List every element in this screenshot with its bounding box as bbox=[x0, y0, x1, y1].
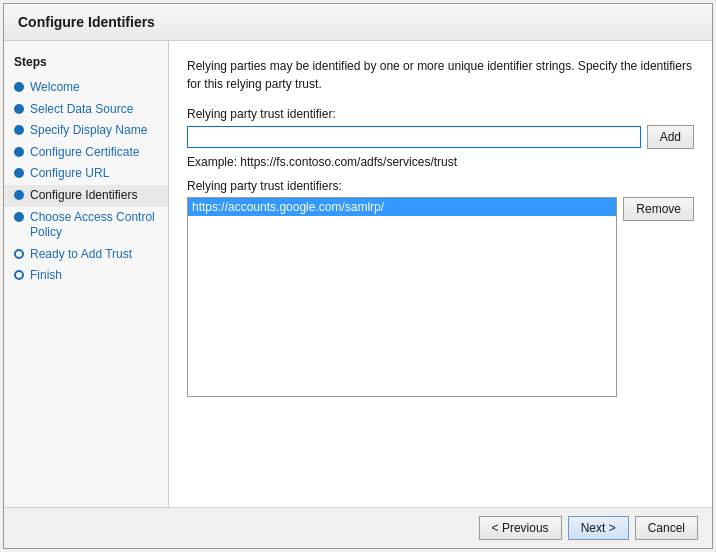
sidebar-item-configure-identifiers-label: Configure Identifiers bbox=[30, 188, 137, 204]
sidebar-item-configure-certificate[interactable]: Configure Certificate bbox=[4, 142, 168, 164]
dot-select-data-source bbox=[14, 104, 24, 114]
dot-welcome bbox=[14, 82, 24, 92]
main-content: Relying parties may be identified by one… bbox=[169, 41, 712, 507]
add-button[interactable]: Add bbox=[647, 125, 694, 149]
sidebar-item-ready-to-add-trust[interactable]: Ready to Add Trust bbox=[4, 244, 168, 266]
sidebar-item-welcome[interactable]: Welcome bbox=[4, 77, 168, 99]
dot-ready-to-add-trust bbox=[14, 249, 24, 259]
next-button[interactable]: Next > bbox=[568, 516, 629, 540]
cancel-button[interactable]: Cancel bbox=[635, 516, 698, 540]
dot-configure-certificate bbox=[14, 147, 24, 157]
sidebar-item-select-data-source[interactable]: Select Data Source bbox=[4, 99, 168, 121]
identifier-input[interactable] bbox=[187, 126, 641, 148]
dialog-footer: < Previous Next > Cancel bbox=[4, 507, 712, 548]
sidebar-item-choose-access-control-label: Choose Access Control Policy bbox=[30, 210, 158, 241]
description-text: Relying parties may be identified by one… bbox=[187, 57, 694, 93]
configure-identifiers-dialog: Configure Identifiers Steps Welcome Sele… bbox=[3, 3, 713, 549]
example-text: Example: https://fs.contoso.com/adfs/ser… bbox=[187, 155, 694, 169]
sidebar-item-configure-url[interactable]: Configure URL bbox=[4, 163, 168, 185]
sidebar-item-configure-identifiers[interactable]: Configure Identifiers bbox=[4, 185, 168, 207]
sidebar: Steps Welcome Select Data Source Specify… bbox=[4, 41, 169, 507]
identifiers-label: Relying party trust identifiers: bbox=[187, 179, 694, 193]
dot-configure-identifiers bbox=[14, 190, 24, 200]
sidebar-item-ready-to-add-trust-label: Ready to Add Trust bbox=[30, 247, 132, 263]
sidebar-item-finish-label: Finish bbox=[30, 268, 62, 284]
sidebar-item-specify-display-name-label: Specify Display Name bbox=[30, 123, 147, 139]
sidebar-item-specify-display-name[interactable]: Specify Display Name bbox=[4, 120, 168, 142]
sidebar-item-configure-url-label: Configure URL bbox=[30, 166, 109, 182]
identifiers-list[interactable]: https://accounts.google.com/samlrp/ bbox=[187, 197, 617, 397]
list-item[interactable]: https://accounts.google.com/samlrp/ bbox=[188, 198, 616, 216]
previous-button[interactable]: < Previous bbox=[479, 516, 562, 540]
dialog-body: Steps Welcome Select Data Source Specify… bbox=[4, 41, 712, 507]
steps-label: Steps bbox=[4, 51, 168, 77]
remove-button[interactable]: Remove bbox=[623, 197, 694, 221]
sidebar-item-choose-access-control[interactable]: Choose Access Control Policy bbox=[4, 207, 168, 244]
identifier-input-row: Add bbox=[187, 125, 694, 149]
dialog-title: Configure Identifiers bbox=[4, 4, 712, 41]
sidebar-item-welcome-label: Welcome bbox=[30, 80, 80, 96]
identifier-label: Relying party trust identifier: bbox=[187, 107, 694, 121]
dot-choose-access-control bbox=[14, 212, 24, 222]
dot-configure-url bbox=[14, 168, 24, 178]
sidebar-item-select-data-source-label: Select Data Source bbox=[30, 102, 133, 118]
dot-specify-display-name bbox=[14, 125, 24, 135]
sidebar-item-finish[interactable]: Finish bbox=[4, 265, 168, 287]
list-area-row: https://accounts.google.com/samlrp/ Remo… bbox=[187, 197, 694, 397]
dot-finish bbox=[14, 270, 24, 280]
sidebar-item-configure-certificate-label: Configure Certificate bbox=[30, 145, 139, 161]
